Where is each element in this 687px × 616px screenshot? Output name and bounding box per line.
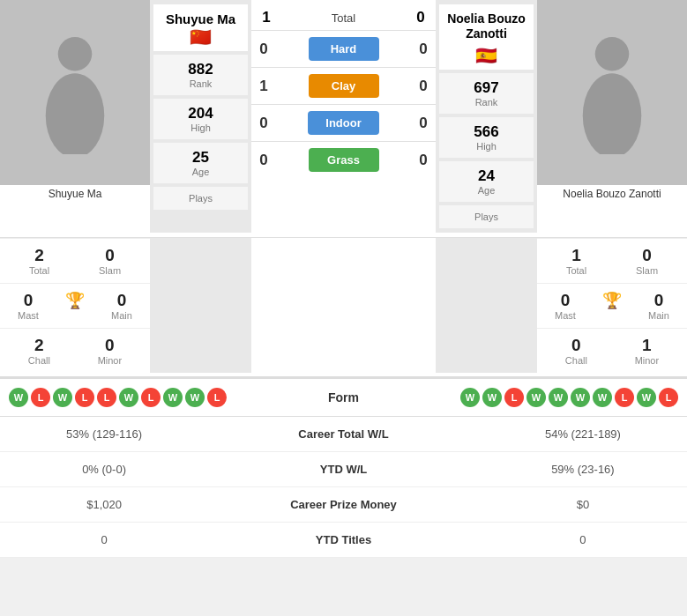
left-total-lbl: Total (29, 265, 49, 276)
left-form-badges: WLWLLWLWWL (9, 388, 291, 407)
clay-row: 1 Clay 0 (251, 67, 436, 104)
left-player-name-below: Shuyue Ma (0, 185, 150, 207)
right-high-lbl: High (441, 141, 532, 152)
grass-button[interactable]: Grass (309, 148, 379, 172)
left-rank-val: 882 (155, 61, 246, 78)
left-grass-score: 0 (256, 152, 272, 169)
career-total-wl-row: 53% (129-116) Career Total W/L 54% (221-… (0, 417, 687, 452)
form-badge-l: L (659, 388, 678, 407)
left-rank-lbl: Rank (155, 78, 246, 89)
left-ytd-wl: 0% (0-0) (0, 451, 208, 486)
left-minor-lbl: Minor (98, 355, 123, 366)
right-total-lbl: Total (566, 265, 586, 276)
right-main-lbl: Main (648, 310, 669, 321)
career-table: 53% (129-116) Career Total W/L 54% (221-… (0, 417, 687, 558)
indoor-row: 0 Indoor 0 (251, 104, 436, 141)
left-name-header: Shuyue Ma 🇨🇳 (153, 4, 248, 51)
middle-col: 1 Total 0 0 Hard 0 1 Clay 0 0 Indoor 0 (251, 0, 436, 233)
left-prize: $1,020 (0, 486, 208, 522)
form-badge-w: W (163, 388, 183, 407)
right-player-photo (537, 0, 687, 185)
left-flag: 🇨🇳 (155, 26, 246, 48)
form-badge-w: W (593, 388, 612, 407)
svg-point-3 (583, 73, 642, 154)
left-photo-col: Shuyue Ma (0, 0, 150, 233)
titles-label: YTD Titles (208, 522, 479, 557)
form-badge-w: W (9, 388, 28, 407)
form-badge-w: W (185, 388, 205, 407)
right-silhouette (572, 31, 652, 154)
form-badge-w: W (482, 388, 502, 407)
left-main-val: 0 (111, 291, 132, 310)
left-trophy-cell: 🏆 (65, 291, 85, 321)
left-indoor-score: 0 (256, 115, 272, 132)
right-career-wl: 54% (221-189) (479, 417, 687, 452)
right-chall-minor-row: 0 Chall 1 Minor (537, 328, 687, 373)
left-career-wl: 53% (129-116) (0, 417, 208, 452)
form-badge-w: W (53, 388, 72, 407)
right-plays-box: Plays (439, 205, 534, 228)
right-photo-col: Noelia Bouzo Zanotti (537, 0, 687, 233)
right-chall-lbl: Chall (565, 355, 587, 366)
svg-point-2 (595, 37, 630, 71)
form-badge-l: L (504, 388, 524, 407)
right-mast-val: 0 (555, 291, 576, 310)
right-trophy-icon: 🏆 (602, 292, 622, 309)
ytd-wl-label: YTD W/L (208, 451, 479, 486)
left-age-lbl: Age (155, 167, 246, 177)
left-chall-val: 2 (28, 336, 50, 355)
left-mast-val: 0 (18, 291, 39, 310)
left-high-val: 204 (155, 105, 246, 122)
right-total-cell: 1 Total (566, 246, 586, 276)
right-age-val: 24 (441, 167, 532, 185)
svg-point-0 (58, 37, 93, 71)
right-total-score: 0 (413, 9, 429, 26)
right-rank-box: 697 Rank (439, 73, 534, 114)
right-mast-lbl: Mast (555, 310, 576, 321)
left-plays-lbl: Plays (155, 193, 246, 204)
left-main-cell: 0 Main (111, 291, 132, 321)
left-main-lbl: Main (111, 310, 132, 321)
left-stat-spacer (150, 238, 251, 373)
clay-button[interactable]: Clay (309, 74, 379, 98)
form-badge-w: W (460, 388, 480, 407)
right-grass-score: 0 (415, 152, 431, 169)
right-plays-lbl: Plays (441, 212, 532, 222)
right-minor-val: 1 (635, 336, 660, 355)
left-minor-val: 0 (98, 336, 123, 355)
form-section: WLWLLWLWWL Form WWLWWWWLWL (0, 376, 687, 416)
titles-row: 0 YTD Titles 0 (0, 522, 687, 557)
left-mast-lbl: Mast (18, 310, 39, 321)
right-player-name: Noelia Bouzo Zanotti (441, 11, 532, 41)
right-minor-lbl: Minor (635, 355, 660, 366)
left-chall-lbl: Chall (28, 355, 50, 366)
left-stats-rows: 2 Total 0 Slam 0 Mast 🏆 0 Main (0, 238, 150, 373)
career-stats-section: 53% (129-116) Career Total W/L 54% (221-… (0, 416, 687, 558)
left-mast-main-row: 0 Mast 🏆 0 Main (0, 283, 150, 328)
indoor-button[interactable]: Indoor (308, 111, 378, 135)
left-total-score: 1 (258, 9, 274, 26)
main-container: Shuyue Ma Shuyue Ma 🇨🇳 882 Rank 204 High… (0, 0, 687, 558)
right-high-box: 566 High (439, 117, 534, 158)
left-clay-score: 1 (256, 78, 272, 95)
left-minor-cell: 0 Minor (98, 336, 123, 366)
total-label: Total (332, 11, 355, 25)
ytd-wl-row: 0% (0-0) YTD W/L 59% (23-16) (0, 451, 687, 486)
form-label: Form (291, 390, 397, 404)
left-age-box: 25 Age (153, 143, 248, 183)
right-ytd-wl: 59% (23-16) (479, 451, 687, 486)
right-slam-lbl: Slam (636, 265, 658, 276)
right-stat-spacer (436, 238, 537, 373)
right-rank-lbl: Rank (441, 97, 532, 108)
right-age-lbl: Age (441, 185, 532, 196)
form-badge-l: L (615, 388, 634, 407)
right-mast-main-row: 0 Mast 🏆 0 Main (537, 283, 687, 328)
right-age-box: 24 Age (439, 161, 534, 202)
right-hard-score: 0 (415, 41, 431, 58)
hard-button[interactable]: Hard (309, 37, 379, 61)
left-mast-cell: 0 Mast (18, 291, 39, 321)
prize-label: Career Prize Money (208, 486, 479, 522)
left-rank-box: 882 Rank (153, 55, 248, 95)
total-row: 1 Total 0 (251, 0, 436, 30)
left-player-name: Shuyue Ma (155, 11, 246, 26)
